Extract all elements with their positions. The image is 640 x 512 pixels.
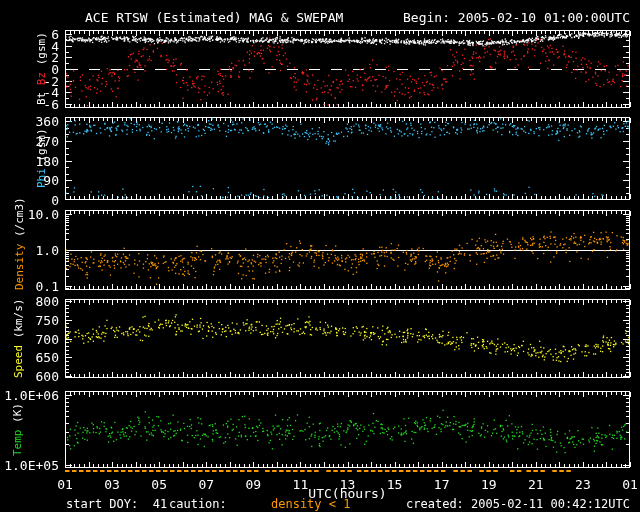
ytick-label: 1.0E+05 (2, 458, 59, 473)
plot-canvas (0, 0, 640, 512)
status-bar: start DOY: 41 caution: density < 1 creat… (0, 497, 640, 512)
ytick-label: -6 (2, 97, 59, 112)
ytick-label: 600 (2, 369, 59, 384)
begin-timestamp: Begin: 2005-02-10 01:00:00UTC (403, 10, 630, 25)
ytick-label: 360 (2, 114, 59, 129)
caution-value: density < 1 (271, 497, 350, 511)
ytick-label: 650 (2, 350, 59, 365)
ylabel-temp-name: Temp (11, 430, 24, 457)
ace-rtsw-plot: ACE RTSW (Estimated) MAG & SWEPAM Begin:… (0, 0, 640, 512)
ytick-label: 90 (2, 173, 59, 188)
ytick-label: 800 (2, 294, 59, 309)
created-timestamp: created: 2005-02-11 00:42:12UTC (406, 497, 630, 511)
ytick-label: 0.1 (2, 279, 59, 294)
ytick-label: 1.0E+06 (2, 388, 59, 403)
ytick-label: 0 (2, 193, 59, 208)
ytick-label: 750 (2, 313, 59, 328)
ytick-label: 10.0 (2, 207, 59, 222)
page-title: ACE RTSW (Estimated) MAG & SWEPAM (85, 10, 343, 25)
ylabel-temp-units: (K) (11, 403, 24, 423)
ytick-label: 700 (2, 332, 59, 347)
caution-label: caution: (169, 497, 227, 511)
ytick-label: 1.0 (2, 243, 59, 258)
ytick-label: 180 (2, 154, 59, 169)
start-doy-label: start DOY: 41 (66, 497, 167, 511)
ytick-label: 270 (2, 134, 59, 149)
